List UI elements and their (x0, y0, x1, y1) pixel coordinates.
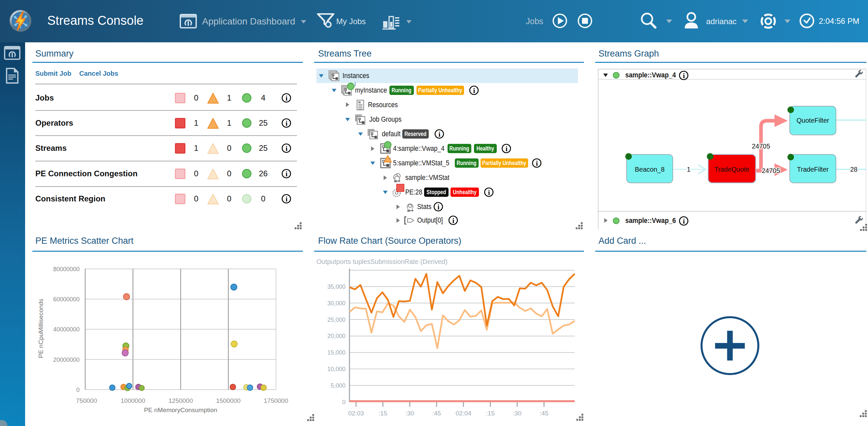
svg-text:0: 0 (76, 387, 80, 393)
svg-text:Beacon_8: Beacon_8 (635, 166, 664, 173)
svg-text::45: :45 (432, 410, 441, 417)
svg-text:1750000: 1750000 (264, 397, 288, 404)
svg-text::45: :45 (540, 410, 548, 417)
svg-text:30,000: 30,000 (327, 300, 345, 307)
svg-text:0: 0 (342, 399, 345, 405)
svg-text:20,000: 20,000 (327, 333, 345, 339)
svg-text:20000000: 20000000 (53, 357, 80, 363)
svg-text:02:03: 02:03 (348, 410, 364, 417)
svg-text:1000000: 1000000 (121, 397, 145, 404)
svg-text:80000000: 80000000 (53, 266, 80, 273)
svg-text:TradeFilter: TradeFilter (797, 166, 829, 173)
svg-text:TradeQuote: TradeQuote (714, 166, 749, 173)
svg-text:24705: 24705 (762, 167, 780, 174)
svg-text:5,000: 5,000 (331, 382, 345, 389)
svg-text::15: :15 (378, 410, 387, 417)
svg-text::15: :15 (486, 410, 494, 417)
svg-text::30: :30 (513, 410, 522, 417)
svg-text:35,000: 35,000 (327, 283, 345, 290)
svg-text:28: 28 (850, 166, 858, 173)
svg-text:40000000: 40000000 (53, 326, 80, 333)
svg-text:15,000: 15,000 (327, 349, 345, 356)
svg-text:1: 1 (687, 166, 690, 173)
svg-text:1500000: 1500000 (216, 397, 241, 404)
svg-text:24705: 24705 (752, 143, 770, 150)
svg-text:60000000: 60000000 (53, 296, 80, 303)
svg-text::30: :30 (405, 410, 414, 417)
svg-text:PE nCpuMilliseconds: PE nCpuMilliseconds (37, 299, 44, 358)
svg-text:PE nMemoryConsumption: PE nMemoryConsumption (144, 406, 217, 414)
svg-text:02:04: 02:04 (456, 410, 471, 417)
svg-text:25,000: 25,000 (327, 316, 345, 323)
svg-text:QuoteFilter: QuoteFilter (797, 117, 829, 124)
svg-text:750000: 750000 (76, 397, 97, 404)
svg-text:10,000: 10,000 (327, 366, 345, 372)
svg-text:1250000: 1250000 (168, 397, 193, 404)
